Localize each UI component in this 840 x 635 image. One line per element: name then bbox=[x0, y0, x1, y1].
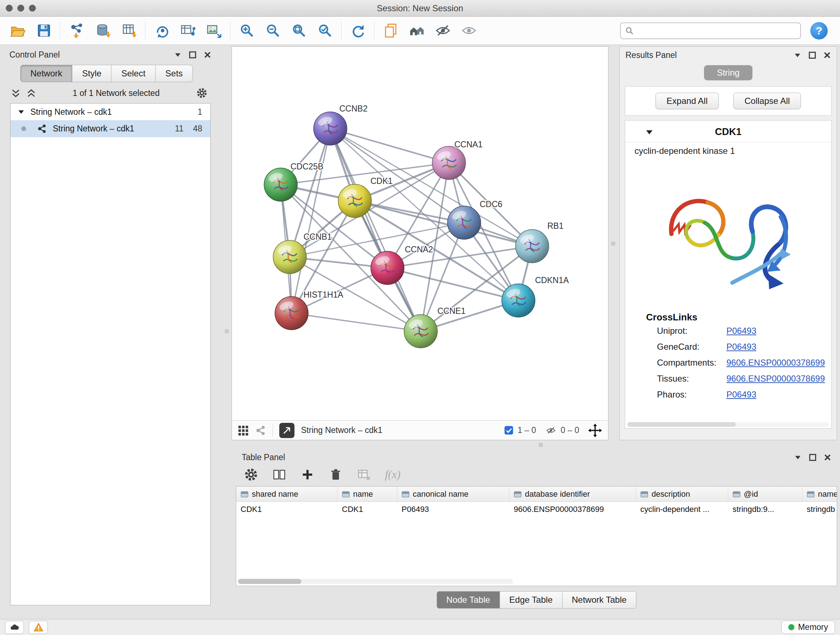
hide-graphics-details-button[interactable] bbox=[432, 20, 453, 41]
delete-column-icon[interactable] bbox=[328, 467, 343, 482]
column-header-canonical-name[interactable]: canonical name bbox=[397, 486, 509, 502]
clear-table-icon[interactable] bbox=[357, 467, 371, 482]
close-window-button[interactable] bbox=[6, 5, 13, 11]
help-button[interactable]: ? bbox=[810, 22, 828, 40]
table-scrollbar[interactable] bbox=[238, 579, 513, 584]
column-header-description[interactable]: description bbox=[636, 486, 728, 502]
float-panel-icon[interactable] bbox=[808, 51, 816, 59]
network-row-selected[interactable]: String Network – cdk1 11 48 bbox=[11, 120, 210, 137]
network-node-cdk1[interactable]: CDK1 bbox=[338, 176, 393, 218]
tab-style[interactable]: Style bbox=[73, 65, 111, 82]
gear-icon[interactable] bbox=[196, 87, 208, 99]
column-header-namespace[interactable]: namespace bbox=[802, 486, 837, 502]
warnings-button[interactable] bbox=[29, 621, 48, 634]
crosslink-link[interactable]: P06493 bbox=[726, 342, 756, 352]
table-cell[interactable]: stringdb:9... bbox=[728, 502, 802, 517]
expand-all-button[interactable]: Expand All bbox=[655, 93, 719, 109]
close-panel-icon[interactable] bbox=[204, 51, 211, 59]
network-node-ccnb1[interactable]: CCNB1 bbox=[273, 232, 332, 274]
zoom-out-button[interactable] bbox=[262, 20, 283, 41]
refresh-view-button[interactable] bbox=[347, 20, 368, 41]
network-node-ccnb2[interactable]: CCNB2 bbox=[314, 104, 368, 145]
table-settings-gear-icon[interactable] bbox=[244, 467, 258, 482]
collapse-all-icon[interactable] bbox=[11, 89, 21, 98]
move-crosshair-icon[interactable] bbox=[588, 423, 602, 438]
network-edge[interactable] bbox=[292, 313, 421, 331]
left-splitter-handle[interactable] bbox=[225, 329, 229, 333]
network-node-cdc25b[interactable]: CDC25B bbox=[264, 162, 324, 201]
minimize-window-button[interactable] bbox=[17, 5, 24, 11]
tab-select[interactable]: Select bbox=[111, 65, 156, 82]
table-cell[interactable]: cyclin-dependent ... bbox=[636, 502, 728, 517]
collapse-section-icon[interactable] bbox=[645, 129, 653, 135]
table-cell[interactable]: stringdb bbox=[802, 502, 837, 517]
right-splitter-handle[interactable] bbox=[611, 242, 615, 245]
copy-button[interactable] bbox=[380, 20, 401, 41]
bottom-splitter-handle[interactable] bbox=[539, 443, 543, 447]
search-box[interactable] bbox=[620, 22, 801, 39]
table-cell[interactable]: 9606.ENSP00000378699 bbox=[509, 502, 636, 517]
crosslink-link[interactable]: P06493 bbox=[726, 390, 756, 400]
tab-sets[interactable]: Sets bbox=[156, 65, 193, 82]
network-from-table-button[interactable] bbox=[177, 20, 198, 41]
zoom-fit-button[interactable] bbox=[288, 20, 309, 41]
column-header-name[interactable]: name bbox=[338, 486, 397, 502]
table-cell[interactable]: CDK1 bbox=[236, 502, 338, 517]
collapse-panel-icon[interactable] bbox=[794, 51, 801, 59]
crosslink-link[interactable]: 9606.ENSP00000378699 bbox=[726, 358, 825, 368]
network-edge[interactable] bbox=[330, 128, 421, 331]
import-network-database-button[interactable] bbox=[92, 20, 113, 41]
close-panel-icon[interactable] bbox=[824, 454, 831, 461]
network-node-ccne1[interactable]: CCNE1 bbox=[404, 306, 466, 348]
tab-node-table[interactable]: Node Table bbox=[437, 591, 500, 608]
zoom-in-button[interactable] bbox=[236, 20, 257, 41]
function-builder-icon[interactable]: f(x) bbox=[385, 468, 401, 481]
cloud-button[interactable] bbox=[5, 621, 24, 634]
collapse-all-button[interactable]: Collapse All bbox=[733, 93, 801, 109]
table-cell[interactable]: CDK1 bbox=[338, 502, 397, 517]
column-header--id[interactable]: @id bbox=[728, 486, 802, 502]
expand-all-icon[interactable] bbox=[27, 89, 36, 98]
crosslink-link[interactable]: 9606.ENSP00000378699 bbox=[726, 374, 825, 384]
network-view-icon[interactable] bbox=[255, 425, 266, 436]
table-cell[interactable]: P06493 bbox=[397, 502, 509, 517]
network-node-hist1h1a[interactable]: HIST1H1A bbox=[275, 290, 344, 330]
float-panel-icon[interactable] bbox=[189, 51, 196, 59]
show-graphics-details-button[interactable] bbox=[458, 20, 479, 41]
zoom-window-button[interactable] bbox=[29, 5, 36, 11]
import-table-button[interactable] bbox=[118, 20, 139, 41]
close-panel-icon[interactable] bbox=[823, 51, 831, 59]
network-node-rb1[interactable]: RB1 bbox=[515, 221, 564, 263]
show-columns-icon[interactable] bbox=[272, 467, 286, 482]
search-input[interactable] bbox=[637, 26, 796, 36]
collapse-panel-icon[interactable] bbox=[794, 454, 802, 461]
network-edge[interactable] bbox=[292, 128, 330, 313]
tab-string[interactable]: String bbox=[704, 65, 753, 80]
zoom-selected-button[interactable] bbox=[314, 20, 335, 41]
network-canvas[interactable]: CCNB2CCNA1CDC25BCDK1CDC6RB1CCNB1CCNA2CDK… bbox=[232, 47, 608, 420]
preferred-layout-button[interactable] bbox=[406, 20, 427, 41]
column-header-shared-name[interactable]: shared name bbox=[236, 486, 338, 502]
tab-edge-table[interactable]: Edge Table bbox=[500, 591, 562, 608]
birds-eye-toggle-button[interactable] bbox=[279, 423, 294, 438]
tab-network-table[interactable]: Network Table bbox=[562, 591, 637, 608]
crosslink-link[interactable]: P06493 bbox=[726, 326, 756, 336]
open-session-button[interactable] bbox=[7, 20, 28, 41]
memory-button[interactable]: Memory bbox=[782, 621, 835, 634]
network-edge[interactable] bbox=[330, 128, 449, 163]
selected-checkbox-icon[interactable] bbox=[504, 425, 514, 435]
network-collection-row[interactable]: String Network – cdk1 1 bbox=[11, 103, 210, 120]
collapse-panel-icon[interactable] bbox=[174, 51, 182, 59]
float-panel-icon[interactable] bbox=[809, 454, 816, 461]
triangle-down-icon[interactable] bbox=[18, 109, 25, 115]
import-network-file-button[interactable] bbox=[66, 20, 87, 41]
new-network-button[interactable] bbox=[151, 20, 172, 41]
save-session-button[interactable] bbox=[33, 20, 54, 41]
table-row[interactable]: CDK1CDK1P064939606.ENSP00000378699cyclin… bbox=[236, 502, 837, 517]
results-scrollbar[interactable] bbox=[627, 422, 829, 427]
tab-network[interactable]: Network bbox=[20, 65, 73, 82]
network-node-cdkn1a[interactable]: CDKN1A bbox=[502, 276, 569, 317]
hidden-eye-slash-icon[interactable] bbox=[545, 425, 557, 436]
network-node-ccna1[interactable]: CCNA1 bbox=[432, 140, 483, 180]
export-image-button[interactable] bbox=[203, 20, 224, 41]
